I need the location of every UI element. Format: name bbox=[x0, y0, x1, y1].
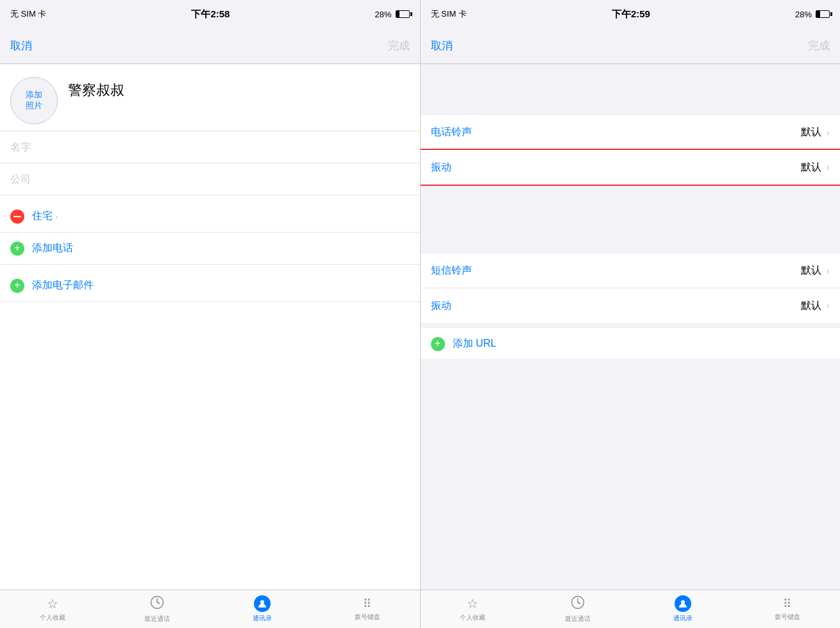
battery-pct-left: 28% bbox=[374, 10, 391, 19]
phone-section: 住宅 › 110 添加电话 bbox=[0, 201, 420, 265]
clock-icon-left bbox=[150, 595, 164, 613]
email-section: 添加电子邮件 bbox=[0, 270, 420, 302]
contacts-icon-left bbox=[254, 595, 271, 612]
battery-fill-right bbox=[816, 11, 820, 17]
battery-icon-right bbox=[816, 10, 830, 18]
tab-contacts-right[interactable]: 通讯录 bbox=[630, 595, 735, 623]
tab-favorites-right[interactable]: ☆ 个人收藏 bbox=[421, 596, 526, 622]
right-tab-bar: ☆ 个人收藏 最近通话 通讯录 ⠿ 拨号键 bbox=[421, 590, 841, 628]
left-time: 下午2:58 bbox=[191, 8, 230, 21]
contacts-icon-right bbox=[675, 595, 691, 612]
url-section: 添加 URL bbox=[421, 328, 841, 360]
right-status-left: 无 SIM 卡 bbox=[431, 8, 467, 20]
right-time: 下午2:59 bbox=[612, 8, 650, 21]
svg-line-2 bbox=[157, 602, 160, 604]
left-tab-bar: ☆ 个人收藏 最近通话 通讯录 ⠿ 拨号键 bbox=[0, 590, 420, 628]
avatar-line1: 添加 bbox=[26, 90, 42, 101]
add-email-label: 添加电子邮件 bbox=[32, 279, 94, 292]
ringtone-section: 电话铃声 默认 › 振动 默认 › bbox=[421, 115, 841, 185]
right-content: 电话铃声 默认 › 振动 默认 › 短信铃声 默认 › 振动 默认 › bbox=[421, 64, 841, 590]
add-phone-label: 添加电话 bbox=[32, 242, 73, 255]
company-input[interactable] bbox=[10, 166, 410, 193]
tab-recents-label-right: 最近通话 bbox=[565, 615, 591, 624]
phone-ringtone-label: 电话铃声 bbox=[431, 126, 482, 139]
avatar-line2: 照片 bbox=[26, 101, 42, 112]
right-top-spacer bbox=[421, 64, 841, 115]
phone-type-chevron: › bbox=[55, 211, 58, 222]
battery-icon-left bbox=[396, 10, 410, 18]
sms-ringtone-chevron: › bbox=[827, 265, 830, 277]
clock-icon-right bbox=[571, 595, 585, 613]
right-nav-bar: 取消 完成 bbox=[421, 28, 841, 64]
star-icon-right: ☆ bbox=[467, 596, 478, 611]
sms-ringtone-label: 短信铃声 bbox=[431, 264, 482, 277]
tab-keypad-label-left: 拨号键盘 bbox=[355, 613, 380, 622]
add-email-icon bbox=[10, 279, 24, 293]
phone-vibration-row[interactable]: 振动 默认 › bbox=[421, 150, 841, 185]
sms-vibration-chevron: › bbox=[827, 300, 830, 311]
left-status-bar: 无 SIM 卡 下午2:58 28% bbox=[0, 0, 420, 28]
left-content: 添加 照片 警察叔叔 住宅 › 110 添加电话 bbox=[0, 64, 420, 590]
left-status-left: 无 SIM 卡 bbox=[10, 8, 46, 20]
tab-favorites-label-left: 个人收藏 bbox=[40, 613, 65, 622]
name-company-section bbox=[0, 131, 420, 195]
tab-keypad-left[interactable]: ⠿ 拨号键盘 bbox=[315, 597, 420, 622]
svg-line-6 bbox=[578, 602, 580, 604]
left-nav-bar: 取消 完成 bbox=[0, 28, 420, 64]
svg-point-3 bbox=[260, 600, 264, 604]
phone-number-input[interactable]: 110 bbox=[66, 203, 410, 230]
contact-name: 警察叔叔 bbox=[68, 77, 124, 100]
tab-contacts-label-right: 通讯录 bbox=[673, 614, 693, 623]
tab-favorites-left[interactable]: ☆ 个人收藏 bbox=[0, 596, 105, 622]
add-email-row[interactable]: 添加电子邮件 bbox=[0, 270, 420, 302]
company-row bbox=[0, 163, 420, 195]
phone-vibration-label: 振动 bbox=[431, 161, 482, 174]
sms-ringtone-row[interactable]: 短信铃声 默认 › bbox=[421, 254, 841, 288]
left-panel: 无 SIM 卡 下午2:58 28% 取消 完成 添加 照片 警察叔叔 bbox=[0, 0, 420, 628]
right-battery: 28% bbox=[795, 10, 830, 19]
add-url-label: 添加 URL bbox=[453, 337, 496, 351]
tab-recents-right[interactable]: 最近通话 bbox=[525, 595, 630, 624]
tab-favorites-label-right: 个人收藏 bbox=[460, 613, 485, 622]
right-panel: 无 SIM 卡 下午2:59 28% 取消 完成 电话铃声 默认 › 振动 默认 bbox=[421, 0, 841, 628]
name-input[interactable] bbox=[10, 134, 410, 161]
battery-fill-left bbox=[396, 11, 400, 17]
right-mid-spacer bbox=[421, 190, 841, 254]
sms-ringtone-value: 默认 bbox=[482, 264, 821, 277]
battery-pct-right: 28% bbox=[795, 10, 812, 19]
phone-ringtone-row[interactable]: 电话铃声 默认 › bbox=[421, 115, 841, 150]
sms-vibration-label: 振动 bbox=[431, 299, 482, 313]
phone-type[interactable]: 住宅 bbox=[32, 210, 53, 223]
svg-point-7 bbox=[681, 600, 685, 604]
star-icon-left: ☆ bbox=[47, 596, 58, 611]
tab-recents-label-left: 最近通话 bbox=[144, 615, 170, 624]
add-url-row[interactable]: 添加 URL bbox=[421, 328, 841, 360]
sms-vibration-row[interactable]: 振动 默认 › bbox=[421, 288, 841, 323]
phone-ringtone-value: 默认 bbox=[482, 126, 821, 139]
sms-vibration-value: 默认 bbox=[482, 299, 821, 313]
tab-contacts-left[interactable]: 通讯录 bbox=[210, 595, 315, 623]
right-status-bar: 无 SIM 卡 下午2:59 28% bbox=[421, 0, 841, 28]
phone-vibration-value: 默认 bbox=[482, 161, 821, 174]
tab-keypad-right[interactable]: ⠿ 拨号键盘 bbox=[735, 597, 840, 622]
add-phone-row[interactable]: 添加电话 bbox=[0, 233, 420, 265]
phone-vibration-chevron: › bbox=[827, 161, 830, 173]
right-done-button[interactable]: 完成 bbox=[808, 38, 830, 53]
add-phone-icon bbox=[10, 242, 24, 256]
tab-keypad-label-right: 拨号键盘 bbox=[775, 613, 800, 622]
sms-section: 短信铃声 默认 › 振动 默认 › bbox=[421, 254, 841, 323]
left-cancel-button[interactable]: 取消 bbox=[10, 38, 32, 53]
phone-row: 住宅 › 110 bbox=[0, 201, 420, 233]
sim-status-left: 无 SIM 卡 bbox=[10, 8, 46, 20]
tab-recents-left[interactable]: 最近通话 bbox=[105, 595, 210, 624]
left-done-button[interactable]: 完成 bbox=[388, 38, 410, 53]
remove-phone-button[interactable] bbox=[10, 210, 24, 224]
keypad-icon-right: ⠿ bbox=[783, 597, 792, 611]
tab-contacts-label-left: 通讯录 bbox=[253, 614, 272, 623]
left-battery: 28% bbox=[374, 10, 409, 19]
avatar-add-photo[interactable]: 添加 照片 bbox=[10, 77, 58, 124]
sim-status-right: 无 SIM 卡 bbox=[431, 8, 467, 20]
contact-header: 添加 照片 警察叔叔 bbox=[0, 64, 420, 131]
right-cancel-button[interactable]: 取消 bbox=[431, 38, 453, 53]
add-url-icon bbox=[431, 337, 445, 351]
